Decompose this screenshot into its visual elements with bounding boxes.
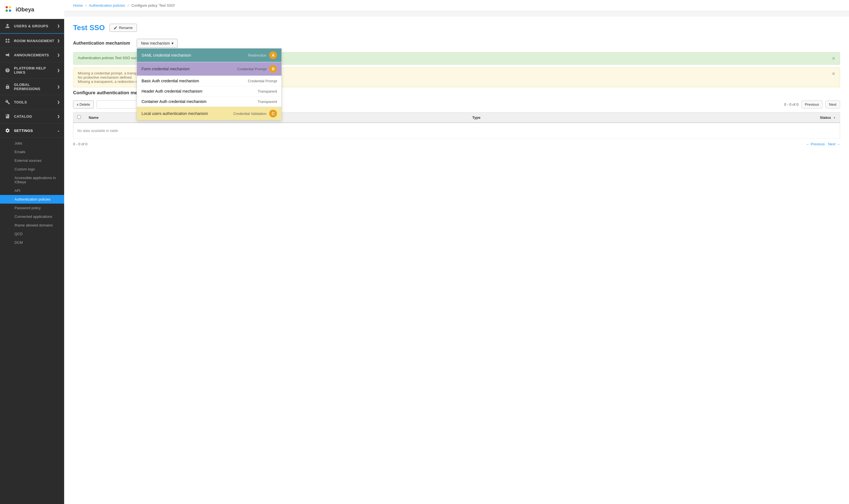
sidebar-item-room-management[interactable]: ROOM MANAGEMENT ❯ <box>0 34 64 48</box>
pagination-nav: ← Previous Next → <box>804 142 840 146</box>
sidebar-item-catalog[interactable]: CATALOG ❯ <box>0 109 64 124</box>
col-header-type: Type <box>468 112 617 123</box>
sidebar-item-label: SETTINGS <box>14 129 33 133</box>
question-icon <box>4 67 11 73</box>
sidebar-item-tools[interactable]: TOOLS ❯ <box>0 95 64 109</box>
checkbox-header <box>73 112 85 123</box>
breadcrumb: Home / Authentication policies / Configu… <box>64 0 849 11</box>
dropdown-item-name: Basic Auth credential mechanism <box>141 79 199 83</box>
logo-text: iObeya <box>16 6 34 13</box>
next-button[interactable]: Next <box>825 101 840 108</box>
range-text: 0 - 0 of 0 <box>784 102 798 107</box>
dropdown-item-header[interactable]: Header Auth credential mechanism Transpa… <box>137 86 282 96</box>
badge-c: C <box>269 110 277 118</box>
new-mechanism-button[interactable]: New mechanism ▾ <box>137 39 177 48</box>
dropdown-item-form[interactable]: Form credential mechanism Credential Pro… <box>137 62 282 76</box>
no-data-row: No data available in table <box>73 123 840 139</box>
sidebar-item-jobs[interactable]: Jobs <box>0 139 64 147</box>
sidebar-item-label: PLATFORM HELP LINKS <box>14 66 57 74</box>
sidebar-item-global-permissions[interactable]: GLOBAL PERMISSIONS ❯ <box>0 79 64 95</box>
sidebar-item-qcd[interactable]: QCD <box>0 230 64 238</box>
alert-close-button[interactable]: ✕ <box>832 56 835 61</box>
auth-mechanism-label: Authentication mechanism <box>73 41 130 46</box>
chevron-down-icon: ⌄ <box>57 129 60 132</box>
pagination-next-link[interactable]: Next → <box>828 142 840 146</box>
sidebar-item-label: TOOLS <box>14 100 27 104</box>
wrench-icon <box>4 99 11 105</box>
dropdown-item-container[interactable]: Container Auth credential mechanism Tran… <box>137 96 282 107</box>
sidebar-item-password-policy[interactable]: Password policy <box>0 204 64 212</box>
badge-a: A <box>269 51 277 59</box>
main-content: Home / Authentication policies / Configu… <box>64 0 849 504</box>
dropdown-item-type: Credential Validation <box>233 112 266 116</box>
breadcrumb-auth-policies[interactable]: Authentication policies <box>89 3 125 7</box>
sidebar-item-label: ROOM MANAGEMENT <box>14 39 54 43</box>
sidebar-item-external-sources[interactable]: External sources <box>0 156 64 165</box>
dropdown-item-name: Header Auth credential mechanism <box>141 89 202 93</box>
sidebar-item-dcm[interactable]: DCM <box>0 238 64 247</box>
rename-label: Rename <box>119 26 133 30</box>
sidebar-item-users-groups[interactable]: USERS & GROUPS ❯ <box>0 19 64 33</box>
previous-button[interactable]: Previous <box>801 101 823 108</box>
sidebar: iObeya USERS & GROUPS ❯ ROOM MANAGEMENT … <box>0 0 64 504</box>
delete-button[interactable]: x Delete <box>73 101 94 108</box>
dropdown-item-saml[interactable]: SAML credential mechanism Redirection A <box>137 49 282 62</box>
warning-close-button[interactable]: ✕ <box>832 71 835 76</box>
breadcrumb-home[interactable]: Home <box>73 3 83 7</box>
auth-mechanism-row: Authentication mechanism New mechanism ▾… <box>73 39 840 48</box>
dropdown-item-type: Transparent <box>258 100 277 104</box>
dropdown-arrow-icon: ▾ <box>171 41 174 46</box>
dropdown-item-local[interactable]: Local users authentication mechanism Cre… <box>137 107 282 120</box>
chevron-icon: ❯ <box>57 115 60 118</box>
pencil-icon <box>113 26 118 30</box>
breadcrumb-sep-2: / <box>128 3 129 7</box>
logo: iObeya <box>0 0 64 19</box>
sidebar-item-platform-help-links[interactable]: PLATFORM HELP LINKS ❯ <box>0 62 64 79</box>
badge-b: B <box>269 65 277 73</box>
sidebar-item-accessible-applications[interactable]: Accessible applications in iObeya <box>0 174 64 186</box>
sidebar-item-announcements[interactable]: ANNOUNCEMENTS ❯ <box>0 48 64 62</box>
pagination-prev-link[interactable]: ← Previous <box>806 142 825 146</box>
dropdown-item-name: SAML credential mechanism <box>141 53 191 57</box>
sidebar-item-settings[interactable]: SETTINGS ⌄ <box>0 124 64 138</box>
sidebar-item-emails[interactable]: Emails <box>0 147 64 156</box>
dropdown-item-name: Form credential mechanism <box>141 67 189 71</box>
rename-button[interactable]: Rename <box>109 24 137 32</box>
new-mechanism-label: New mechanism <box>141 41 169 46</box>
chevron-icon: ❯ <box>57 85 60 89</box>
dropdown-item-basic[interactable]: Basic Auth credential mechanism Credenti… <box>137 76 282 86</box>
select-all-checkbox[interactable] <box>77 115 81 119</box>
chevron-icon: ❯ <box>57 39 60 43</box>
gear-icon <box>4 127 11 133</box>
sidebar-item-connected-applications[interactable]: Connected applications <box>0 212 64 221</box>
col-header-status: Status ▼ <box>617 112 840 123</box>
sidebar-item-label: GLOBAL PERMISSIONS <box>14 83 57 91</box>
no-data-text: No data available in table <box>73 123 840 139</box>
sidebar-item-api[interactable]: API <box>0 186 64 195</box>
new-mechanism-wrapper: New mechanism ▾ SAML credential mechanis… <box>137 39 177 48</box>
sidebar-item-label: USERS & GROUPS <box>14 24 48 28</box>
pagination-bottom: 0 - 0 of 0 ← Previous Next → <box>73 142 840 146</box>
grid-icon <box>4 38 11 44</box>
sidebar-item-authentication-policies[interactable]: Authentication policies <box>0 195 64 204</box>
dropdown-item-type: Redirection <box>248 53 267 57</box>
sidebar-item-label: ANNOUNCEMENTS <box>14 53 49 57</box>
chevron-icon: ❯ <box>57 69 60 72</box>
dropdown-item-name: Container Auth credential mechanism <box>141 99 206 104</box>
svg-point-0 <box>5 6 8 8</box>
dropdown-item-type: Transparent <box>258 89 277 93</box>
page-title: Test SSO <box>73 23 105 32</box>
megaphone-icon <box>4 52 11 58</box>
dropdown-item-name: Local users authentication mechanism <box>141 111 208 116</box>
main-inner: Test SSO Rename Authentication mechanism… <box>64 17 849 504</box>
chevron-icon: ❯ <box>57 53 60 57</box>
sidebar-item-custom-logo[interactable]: Custom logo <box>0 165 64 174</box>
sidebar-item-iframe-allowed-domains[interactable]: Iframe allowed domains <box>0 221 64 230</box>
svg-point-2 <box>5 10 8 12</box>
dropdown-item-type: Credential Prompt <box>248 79 277 83</box>
logo-icon <box>4 5 13 14</box>
svg-point-1 <box>9 6 11 8</box>
mechanism-dropdown: SAML credential mechanism Redirection A … <box>137 48 282 121</box>
breadcrumb-current: Configure policy 'Test SSO' <box>131 3 175 7</box>
chevron-icon: ❯ <box>57 101 60 104</box>
